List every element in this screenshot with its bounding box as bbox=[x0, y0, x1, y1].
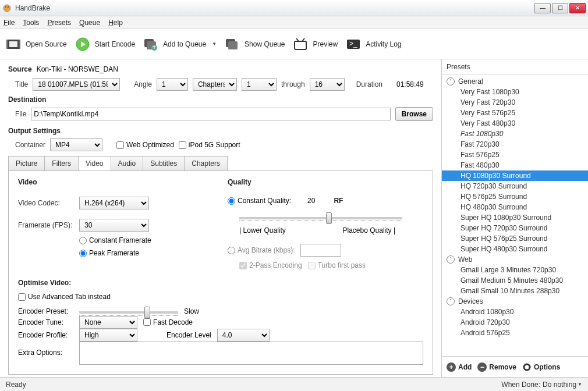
svg-point-0 bbox=[3, 5, 10, 12]
lower-quality-label: | Lower Quality bbox=[239, 226, 286, 234]
start-encode-label: Start Encode bbox=[95, 40, 135, 48]
preset-item[interactable]: Fast 720p30 bbox=[442, 139, 588, 150]
preset-item[interactable]: Gmail Large 3 Minutes 720p30 bbox=[442, 265, 588, 275]
peak-framerate-radio[interactable]: Peak Framerate bbox=[79, 249, 139, 257]
destination-input[interactable] bbox=[31, 108, 390, 120]
avg-bitrate-radio[interactable]: Avg Bitrate (kbps): bbox=[228, 246, 295, 254]
preset-item[interactable]: Gmail Small 10 Minutes 288p30 bbox=[442, 286, 588, 296]
encoder-preset-slider[interactable] bbox=[79, 311, 178, 314]
tab-chapters[interactable]: Chapters bbox=[184, 156, 228, 170]
chapter-to-select[interactable]: 16 bbox=[310, 78, 345, 91]
film-icon bbox=[6, 38, 21, 51]
container-select[interactable]: MP4 bbox=[50, 138, 102, 151]
preset-item[interactable]: Very Fast 720p30 bbox=[442, 97, 588, 108]
when-done-value[interactable]: Do nothing bbox=[543, 381, 576, 389]
preset-item[interactable]: Android 720p30 bbox=[442, 317, 588, 328]
chevron-down-icon: ▼ bbox=[212, 41, 217, 47]
preset-item[interactable]: Android 576p25 bbox=[442, 328, 588, 338]
svg-text:>_: >_ bbox=[349, 40, 357, 48]
video-codec-select[interactable]: H.264 (x264) bbox=[79, 197, 149, 209]
menu-help[interactable]: Help bbox=[108, 19, 123, 27]
preset-item[interactable]: Gmail Medium 5 Minutes 480p30 bbox=[442, 275, 588, 286]
open-source-button[interactable]: Open Source bbox=[6, 38, 67, 51]
angle-select[interactable]: 1 bbox=[157, 78, 188, 91]
maximize-button[interactable]: ☐ bbox=[552, 3, 568, 13]
tab-subtitles[interactable]: Subtitles bbox=[143, 156, 185, 170]
preset-item[interactable]: Fast 576p25 bbox=[442, 150, 588, 160]
encoder-tune-label: Encoder Tune: bbox=[18, 318, 73, 326]
minimize-button[interactable]: — bbox=[534, 3, 551, 13]
preset-item[interactable]: HQ 1080p30 Surround bbox=[442, 170, 588, 181]
presets-header: Presets bbox=[442, 59, 588, 75]
chapters-mode-select[interactable]: Chapters bbox=[193, 78, 237, 91]
ipod-checkbox[interactable]: iPod 5G Support bbox=[179, 141, 240, 149]
preset-item[interactable]: Super HQ 720p30 Surround bbox=[442, 223, 588, 233]
encoder-profile-select[interactable]: High bbox=[79, 329, 137, 342]
preset-item[interactable]: HQ 480p30 Surround bbox=[442, 202, 588, 212]
preset-group[interactable]: ˄Web bbox=[442, 254, 588, 265]
title-select[interactable]: 18 01007.MPLS (01:58:48) bbox=[33, 78, 120, 91]
tab-video[interactable]: Video bbox=[78, 156, 111, 170]
activity-log-button[interactable]: >_ Activity Log bbox=[346, 38, 401, 51]
turbo-checkbox[interactable]: Turbo first pass bbox=[308, 261, 366, 269]
preset-item[interactable]: Very Fast 576p25 bbox=[442, 108, 588, 118]
preset-item[interactable]: HQ 576p25 Surround bbox=[442, 191, 588, 202]
preset-item[interactable]: Very Fast 480p30 bbox=[442, 118, 588, 129]
preset-item[interactable]: Very Fast 1080p30 bbox=[442, 87, 588, 97]
chapter-from-select[interactable]: 1 bbox=[242, 78, 277, 91]
preset-add-button[interactable]: +Add bbox=[447, 362, 472, 372]
through-label: through bbox=[281, 80, 305, 88]
browse-button[interactable]: Browse bbox=[395, 107, 433, 121]
quality-slider[interactable] bbox=[239, 217, 402, 219]
chevron-down-icon[interactable]: ▼ bbox=[578, 382, 582, 387]
tab-picture[interactable]: Picture bbox=[8, 156, 45, 170]
gear-icon bbox=[522, 362, 532, 372]
preset-group[interactable]: ˄Devices bbox=[442, 296, 588, 307]
close-button[interactable]: ✕ bbox=[569, 3, 586, 13]
framerate-select[interactable]: 30 bbox=[79, 219, 149, 232]
app-icon bbox=[2, 3, 12, 13]
placebo-quality-label: Placebo Quality | bbox=[343, 226, 396, 234]
open-source-label: Open Source bbox=[26, 40, 67, 48]
preset-item[interactable]: Fast 1080p30 bbox=[442, 129, 588, 139]
constant-quality-radio[interactable]: Constant Quality: bbox=[228, 197, 291, 205]
use-advanced-checkbox[interactable]: Use Advanced Tab instead bbox=[18, 293, 111, 301]
svg-point-2 bbox=[8, 6, 9, 8]
output-settings-header: Output Settings bbox=[8, 127, 433, 135]
menu-queue[interactable]: Queue bbox=[79, 19, 100, 27]
preset-item[interactable]: Super HQ 480p30 Surround bbox=[442, 244, 588, 254]
web-optimized-checkbox[interactable]: Web Optimized bbox=[116, 141, 174, 149]
preset-remove-button[interactable]: −Remove bbox=[477, 362, 516, 372]
start-encode-button[interactable]: Start Encode bbox=[75, 38, 135, 51]
encoder-level-select[interactable]: 4.0 bbox=[217, 329, 270, 342]
avg-bitrate-input[interactable] bbox=[300, 244, 341, 257]
show-queue-button[interactable]: Show Queue bbox=[225, 38, 285, 51]
terminal-icon: >_ bbox=[346, 38, 361, 51]
svg-point-21 bbox=[526, 366, 528, 368]
preset-item[interactable]: HQ 720p30 Surround bbox=[442, 181, 588, 191]
preset-group[interactable]: ˄General bbox=[442, 76, 588, 87]
titlebar: HandBrake — ☐ ✕ bbox=[0, 0, 588, 16]
presets-list[interactable]: ˄GeneralVery Fast 1080p30Very Fast 720p3… bbox=[442, 75, 588, 356]
preset-item[interactable]: Super HQ 1080p30 Surround bbox=[442, 212, 588, 223]
two-pass-checkbox[interactable]: 2-Pass Encoding bbox=[239, 261, 302, 269]
preset-item[interactable]: Super HQ 576p25 Surround bbox=[442, 233, 588, 244]
tab-filters[interactable]: Filters bbox=[44, 156, 79, 170]
fast-decode-checkbox[interactable]: Fast Decode bbox=[143, 318, 193, 326]
encoder-level-label: Encoder Level bbox=[167, 331, 211, 339]
constant-framerate-radio[interactable]: Constant Framerate bbox=[79, 236, 151, 244]
preset-options-button[interactable]: Options bbox=[522, 362, 560, 372]
framerate-label: Framerate (FPS): bbox=[18, 221, 73, 229]
preset-item[interactable]: Android 1080p30 bbox=[442, 307, 588, 317]
optimise-header: Optimise Video: bbox=[18, 279, 423, 287]
tab-audio[interactable]: Audio bbox=[111, 156, 144, 170]
menu-file[interactable]: File bbox=[3, 19, 15, 27]
menu-presets[interactable]: Presets bbox=[47, 19, 71, 27]
preview-button[interactable]: Preview bbox=[293, 38, 338, 51]
chevron-up-icon: ˄ bbox=[447, 255, 455, 264]
extra-options-input[interactable] bbox=[79, 342, 423, 365]
duration-value: 01:58:49 bbox=[396, 80, 424, 88]
add-to-queue-button[interactable]: + Add to Queue ▼ bbox=[143, 38, 217, 51]
menu-tools[interactable]: Tools bbox=[23, 19, 39, 27]
preset-item[interactable]: Fast 480p30 bbox=[442, 160, 588, 170]
